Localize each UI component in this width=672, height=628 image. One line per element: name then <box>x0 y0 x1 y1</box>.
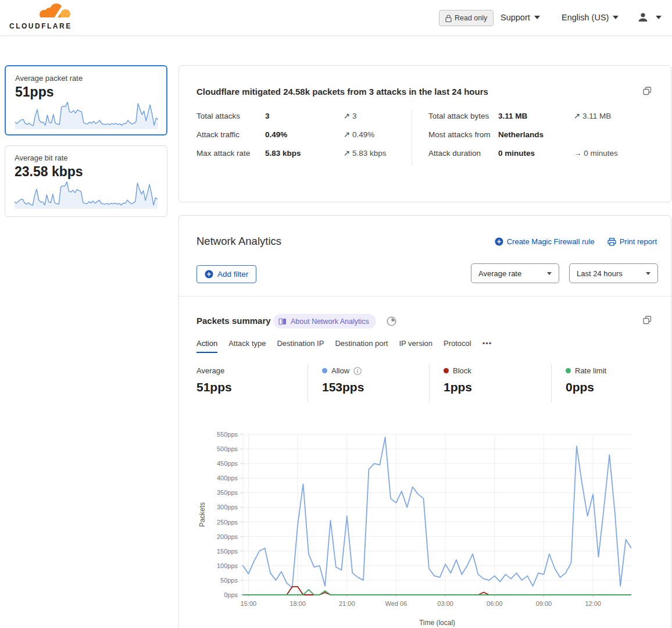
plus-circle-icon <box>495 237 503 246</box>
svg-text:50pps: 50pps <box>220 577 238 584</box>
stat-row-attack-traffic: Attack traffic 0.49% ↗ 0.49% <box>196 129 412 141</box>
add-filter-button[interactable]: Add filter <box>196 265 256 283</box>
legend-block: Block 1pps <box>429 364 551 402</box>
about-network-analytics-badge[interactable]: About Network Analytics <box>273 314 376 329</box>
svg-text:150pps: 150pps <box>217 548 238 555</box>
svg-text:Packets: Packets <box>198 502 206 527</box>
tab-destination-ip[interactable]: Destination IP <box>277 339 324 353</box>
packet-rate-sparkline <box>15 100 158 129</box>
svg-text:09:00: 09:00 <box>536 600 552 607</box>
stat-row-attack-duration: Attack duration 0 minutes → 0 minutes <box>428 147 659 160</box>
block-dot-icon <box>444 368 449 373</box>
trend-up-right: ↗ 3.11 MB <box>574 110 611 123</box>
cloudflare-logo[interactable]: CLOUDFLARE <box>9 3 73 30</box>
account-menu[interactable] <box>637 12 662 23</box>
svg-text:18:00: 18:00 <box>289 600 306 607</box>
stat-row-total-attacks: Total attacks 3 ↗ 3 <box>196 110 412 123</box>
metric-label: Average packet rate <box>15 74 157 83</box>
svg-text:400pps: 400pps <box>217 474 238 481</box>
legend-rate-limit: Rate limit 0pps <box>551 364 667 402</box>
svg-text:15:00: 15:00 <box>241 600 257 607</box>
time-range-select[interactable]: Last 24 hours <box>569 263 658 283</box>
svg-text:450pps: 450pps <box>217 460 238 467</box>
cloudflare-wordmark: CLOUDFLARE <box>9 22 73 30</box>
svg-text:250pps: 250pps <box>217 519 238 526</box>
trend-right: → 0 minutes <box>574 147 618 160</box>
book-icon <box>278 318 287 325</box>
svg-text:500pps: 500pps <box>217 445 238 452</box>
summary-stats: Total attacks 3 ↗ 3 Attack traffic 0.49%… <box>196 110 659 166</box>
metric-select-value: Average rate <box>478 269 521 278</box>
read-only-label: Read only <box>455 14 487 22</box>
svg-text:100pps: 100pps <box>217 562 238 569</box>
stat-row-max-attack-rate: Max attack rate 5.83 kbps ↗ 5.83 kbps <box>196 147 412 160</box>
svg-text:06:00: 06:00 <box>487 600 503 607</box>
cloudflare-cloud-icon <box>9 3 73 23</box>
section-title: Network Analytics <box>196 235 281 248</box>
create-magic-firewall-rule-link[interactable]: Create Magic Firewall rule <box>495 237 595 246</box>
trend-up-right: ↗ 3 <box>344 110 357 123</box>
chevron-down-icon <box>534 16 540 19</box>
summary-stats-right: Total attack bytes 3.11 MB ↗ 3.11 MB Mos… <box>412 110 659 166</box>
trend-up-right: ↗ 5.83 kbps <box>344 147 387 160</box>
chevron-down-icon <box>613 16 619 19</box>
svg-text:300pps: 300pps <box>217 504 238 511</box>
support-menu[interactable]: Support <box>501 13 540 22</box>
packets-summary-title: Packets summary <box>196 316 271 326</box>
metric-value: 23.58 kbps <box>15 164 158 180</box>
average-packet-rate-card[interactable]: Average packet rate 51pps <box>5 65 167 135</box>
chevron-down-icon <box>646 272 650 275</box>
tab-action[interactable]: Action <box>196 339 217 353</box>
chevron-down-icon <box>656 16 662 19</box>
dimension-tabs: Action Attack type Destination IP Destin… <box>196 339 492 353</box>
tab-ip-version[interactable]: IP version <box>399 339 432 353</box>
svg-text:350pps: 350pps <box>217 489 238 496</box>
info-icon[interactable] <box>353 367 362 375</box>
print-report-link[interactable]: Print report <box>607 237 657 246</box>
rate-limit-dot-icon <box>566 368 571 373</box>
stat-row-total-attack-bytes: Total attack bytes 3.11 MB ↗ 3.11 MB <box>428 110 659 123</box>
attack-summary-card: Cloudflare mitigated 24.58k packets from… <box>178 65 671 202</box>
language-menu[interactable]: English (US) <box>562 13 619 22</box>
read-only-badge: Read only <box>439 10 494 26</box>
summary-stats-left: Total attacks 3 ↗ 3 Attack traffic 0.49%… <box>196 110 412 166</box>
time-range-value: Last 24 hours <box>577 269 623 278</box>
copy-icon[interactable] <box>643 316 652 324</box>
allow-dot-icon <box>322 368 327 373</box>
analytics-actions: Create Magic Firewall rule Print report <box>495 237 657 246</box>
svg-text:03:00: 03:00 <box>437 600 453 607</box>
tab-destination-port[interactable]: Destination port <box>335 339 388 353</box>
average-bit-rate-card[interactable]: Average bit rate 23.58 kbps <box>5 145 167 217</box>
trend-up-right: ↗ 0.49% <box>344 129 374 141</box>
svg-text:200pps: 200pps <box>217 533 238 540</box>
printer-icon <box>607 238 616 246</box>
support-label: Support <box>501 13 530 22</box>
series-legend-row: Average 51pps Allow 153pps Block 1pps <box>196 364 671 402</box>
svg-text:Wed 06: Wed 06 <box>385 600 408 607</box>
metric-value: 51pps <box>15 84 157 100</box>
chevron-down-icon <box>547 272 552 275</box>
top-navigation-bar: CLOUDFLARE Read only Support English (US… <box>0 0 672 36</box>
svg-text:550pps: 550pps <box>217 431 238 438</box>
packets-time-series-chart[interactable]: 0pps50pps100pps150pps200pps250pps300pps3… <box>196 431 631 628</box>
tab-protocol[interactable]: Protocol <box>444 339 471 353</box>
metric-select[interactable]: Average rate <box>471 263 559 283</box>
svg-text:Time (local): Time (local) <box>419 619 455 627</box>
plus-circle-icon <box>205 270 213 279</box>
more-tabs-button[interactable]: ••• <box>482 339 492 353</box>
language-label: English (US) <box>562 13 609 22</box>
summary-title: Cloudflare mitigated 24.58k packets from… <box>196 87 488 97</box>
section-divider <box>179 296 671 297</box>
lock-icon <box>445 15 452 22</box>
network-analytics-card: Network Analytics Create Magic Firewall … <box>178 215 671 628</box>
metric-label: Average bit rate <box>15 154 158 162</box>
stat-row-most-attacks-from: Most attacks from Netherlands <box>428 129 659 141</box>
user-icon <box>637 12 649 23</box>
svg-text:0pps: 0pps <box>224 591 238 598</box>
tab-attack-type[interactable]: Attack type <box>228 339 266 353</box>
history-clock-icon[interactable] <box>387 316 396 326</box>
bit-rate-sparkline <box>15 180 158 209</box>
copy-icon[interactable] <box>643 87 652 95</box>
svg-text:21:00: 21:00 <box>339 600 355 607</box>
legend-average: Average 51pps <box>196 364 308 402</box>
